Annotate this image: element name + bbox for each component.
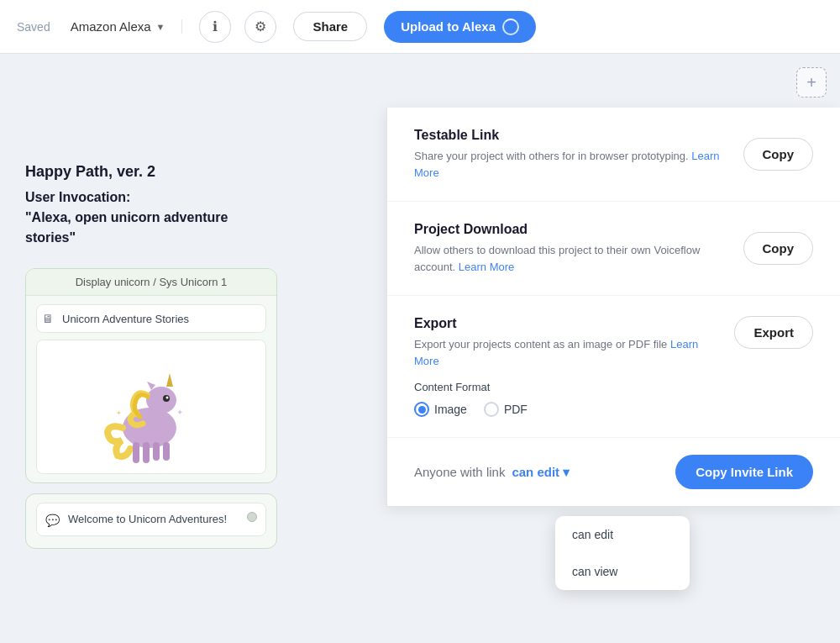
node-dot <box>247 512 257 522</box>
flow-node-text: 💬 Welcome to Unicorn Adventures! <box>25 493 277 549</box>
flow-node-header: Display unicorn / Sys Unicorn 1 <box>26 269 276 296</box>
flow-node-screen-item: 🖥 Unicorn Adventure Stories <box>36 304 266 333</box>
project-download-learn-more[interactable]: Learn More <box>459 261 514 273</box>
refresh-icon <box>502 18 519 35</box>
svg-point-1 <box>146 387 176 414</box>
svg-rect-6 <box>163 442 170 461</box>
upload-label: Upload to Alexa <box>401 19 496 34</box>
info-button[interactable]: ℹ <box>199 11 231 43</box>
unicorn-illustration: ✦ ✦ <box>101 348 202 466</box>
svg-text:✦: ✦ <box>176 408 183 417</box>
flow-node-text-item: 💬 Welcome to Unicorn Adventures! <box>36 503 266 536</box>
anyone-with-link-label: Anyone with link <box>414 465 505 479</box>
text-content: Welcome to Unicorn Adventures! <box>68 512 227 527</box>
project-download-section: Project Download Allow others to downloa… <box>387 202 840 296</box>
content-format-label: Content Format <box>414 381 813 393</box>
user-invocation: User Invocation: "Alexa, open unicorn ad… <box>25 187 244 248</box>
monitor-icon: 🖥 <box>42 312 54 325</box>
export-row: Export Export your projects content as a… <box>414 316 813 369</box>
radio-image-circle <box>414 402 429 417</box>
project-download-title: Project Download <box>414 222 730 237</box>
content-format-group: Content Format Image PDF <box>414 381 813 417</box>
share-button[interactable]: Share <box>293 12 367 41</box>
dropdown-item-can-edit[interactable]: can edit <box>555 516 690 553</box>
add-block-button[interactable]: + <box>796 67 827 98</box>
flow-content: Happy Path, ver. 2 User Invocation: "Ale… <box>25 163 277 549</box>
testable-link-copy-button[interactable]: Copy <box>743 138 814 171</box>
testable-link-info: Testable Link Share your project with ot… <box>414 128 730 181</box>
user-invocation-label: User Invocation: <box>25 187 244 208</box>
export-section: Export Export your projects content as a… <box>387 296 840 438</box>
project-download-desc: Allow others to download this project to… <box>414 242 730 275</box>
testable-link-row: Testable Link Share your project with ot… <box>414 128 813 181</box>
invite-left: Anyone with link can edit ▾ <box>414 465 570 480</box>
export-title: Export <box>414 316 721 331</box>
radio-pdf-circle <box>484 402 499 417</box>
svg-point-8 <box>166 397 169 399</box>
user-invocation-text: "Alexa, open unicorn adventure stories" <box>25 208 244 248</box>
testable-link-title: Testable Link <box>414 128 730 143</box>
unicorn-image-block: ✦ ✦ <box>36 340 266 474</box>
chat-icon: 💬 <box>45 514 60 527</box>
export-desc: Export your projects content as an image… <box>414 336 721 369</box>
share-panel: Testable Link Share your project with ot… <box>386 108 840 507</box>
gear-icon: ⚙ <box>255 18 266 34</box>
permission-chevron-icon: ▾ <box>563 465 570 480</box>
info-icon: ℹ <box>213 18 218 34</box>
export-button[interactable]: Export <box>734 316 813 349</box>
testable-link-section: Testable Link Share your project with ot… <box>387 108 840 202</box>
main-area: Happy Path, ver. 2 User Invocation: "Ale… <box>0 54 840 643</box>
saved-label: Saved <box>17 20 50 34</box>
settings-button[interactable]: ⚙ <box>244 11 276 43</box>
project-download-row: Project Download Allow others to downloa… <box>414 222 813 275</box>
project-selector[interactable]: Amazon Alexa ▼ <box>71 19 183 34</box>
testable-link-desc: Share your project with others for in br… <box>414 148 730 181</box>
radio-image[interactable]: Image <box>414 402 467 417</box>
project-name: Amazon Alexa <box>71 19 151 34</box>
svg-rect-3 <box>133 442 139 463</box>
flow-node: → Display unicorn / Sys Unicorn 1 🖥 Unic… <box>25 268 277 483</box>
svg-rect-5 <box>153 442 160 461</box>
flow-node-text-body: 💬 Welcome to Unicorn Adventures! <box>26 494 276 548</box>
svg-rect-4 <box>143 442 150 463</box>
export-info: Export Export your projects content as a… <box>414 316 721 369</box>
happy-path-title: Happy Path, ver. 2 <box>25 163 277 181</box>
permission-select-button[interactable]: can edit ▾ <box>512 465 570 480</box>
upload-to-alexa-button[interactable]: Upload to Alexa <box>384 11 536 43</box>
permission-label: can edit <box>512 465 559 479</box>
svg-text:✦: ✦ <box>116 409 122 417</box>
flow-node-body: 🖥 Unicorn Adventure Stories <box>26 296 276 482</box>
topbar: Saved Amazon Alexa ▼ ℹ ⚙ Share Upload to… <box>0 0 840 54</box>
radio-image-label: Image <box>434 403 467 416</box>
chevron-down-icon: ▼ <box>156 22 165 32</box>
radio-pdf-label: PDF <box>504 403 528 416</box>
invite-section: Anyone with link can edit ▾ Copy Invite … <box>387 438 840 506</box>
radio-pdf[interactable]: PDF <box>484 402 528 417</box>
copy-invite-link-button[interactable]: Copy Invite Link <box>675 455 813 489</box>
project-download-info: Project Download Allow others to downloa… <box>414 222 730 275</box>
screen-item-label: Unicorn Adventure Stories <box>62 313 189 325</box>
permissions-dropdown: can edit can view <box>555 516 690 590</box>
project-download-copy-button[interactable]: Copy <box>743 232 814 265</box>
radio-group: Image PDF <box>414 402 813 417</box>
svg-marker-2 <box>166 373 173 387</box>
dropdown-item-can-view[interactable]: can view <box>555 553 690 590</box>
